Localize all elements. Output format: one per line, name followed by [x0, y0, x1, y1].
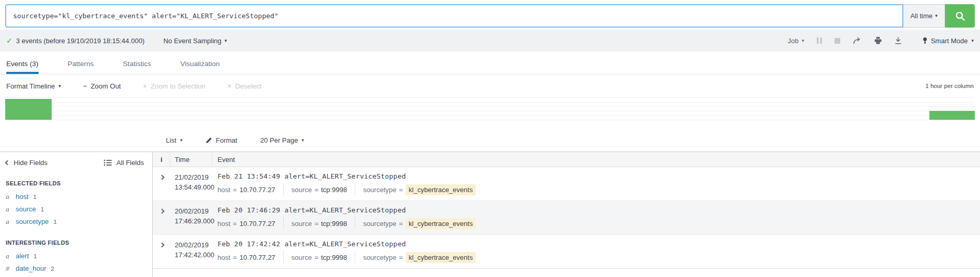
job-status-bar: ✓ 3 events (before 19/10/2019 18:15:44.0… — [0, 30, 980, 52]
event-fields: host = 10.70.77.27 source = tcp:9998 sou… — [217, 251, 980, 263]
event-fields: host = 10.70.77.27 source = tcp:9998 sou… — [217, 218, 980, 229]
event-sampling-dropdown[interactable]: No Event Sampling ▾ — [163, 37, 227, 45]
equals-sign: = — [233, 186, 237, 194]
result-summary: 3 events (before 19/10/2019 18:15:44.000… — [16, 37, 144, 45]
event-time: 20/02/2019 17:42:42.000 — [171, 240, 212, 263]
field-item-date-hour[interactable]: # date_hour 2 — [6, 263, 152, 274]
job-done-check-icon: ✓ — [6, 36, 13, 45]
table-row: 20/02/2019 17:42:42.000 Feb 20 17:42:42 … — [153, 234, 980, 269]
all-fields-label: All Fields — [116, 159, 144, 167]
plus-icon: + — [143, 82, 147, 90]
equals-sign: = — [314, 254, 319, 261]
job-menu[interactable]: Job ▾ — [788, 37, 804, 45]
zoom-to-selection-button: + Zoom to Selection — [143, 82, 205, 90]
event-field-sourcetype: sourcetype = kl_cybertrace_events — [355, 184, 476, 195]
string-field-icon: a — [6, 205, 11, 213]
search-button[interactable] — [945, 4, 975, 28]
string-field-icon: a — [6, 218, 11, 226]
results-tabs: Events (3) Patterns Statistics Visualiza… — [0, 52, 980, 74]
hide-fields-label: Hide Fields — [14, 159, 47, 167]
caret-down-icon: ▾ — [301, 138, 304, 143]
interesting-fields-header: INTERESTING FIELDS — [6, 240, 152, 246]
equals-sign: = — [233, 254, 237, 261]
timeline-bar[interactable] — [929, 111, 975, 120]
minus-icon: − — [83, 82, 87, 90]
list-view-dropdown[interactable]: List ▾ — [166, 136, 183, 144]
field-item-sourcetype[interactable]: a sourcetype 1 — [6, 216, 152, 227]
search-bar: All time ▾ — [0, 0, 980, 28]
timeline-bar[interactable] — [5, 99, 52, 120]
string-field-icon: a — [6, 252, 11, 260]
event-field-sourcetype: sourcetype = kl_cybertrace_events — [355, 218, 476, 229]
highlighted-value[interactable]: kl_cybertrace_events — [406, 218, 476, 229]
event-timeline-chart — [5, 96, 975, 121]
event-raw-text[interactable]: Feb 20 17:46:29 alert=KL_ALERT_ServiceSt… — [217, 206, 980, 214]
equals-sign: = — [399, 220, 403, 228]
column-header-info: i — [153, 152, 171, 167]
numeric-field-icon: # — [6, 265, 11, 273]
event-field-source: source = tcp:9998 — [283, 184, 347, 195]
caret-down-icon: ▾ — [180, 138, 183, 143]
print-icon[interactable] — [874, 37, 882, 44]
pencil-icon — [205, 137, 212, 144]
event-field-sourcetype: sourcetype = kl_cybertrace_events — [355, 251, 476, 263]
zoom-to-selection-label: Zoom to Selection — [151, 82, 205, 90]
per-page-dropdown[interactable]: 20 Per Page ▾ — [260, 136, 304, 144]
caret-down-icon: ▾ — [224, 39, 227, 43]
field-item-source[interactable]: a source 1 — [6, 204, 152, 215]
expand-event-icon[interactable] — [159, 209, 164, 214]
expand-event-icon[interactable] — [159, 175, 164, 180]
string-field-icon: a — [6, 193, 11, 201]
list-icon — [104, 159, 112, 166]
equals-sign: = — [399, 254, 403, 261]
expand-event-icon[interactable] — [159, 243, 164, 248]
list-view-label: List — [166, 136, 176, 144]
caret-down-icon: ▾ — [971, 39, 974, 43]
field-item-host[interactable]: a host 1 — [6, 191, 152, 202]
stop-job-icon[interactable] — [834, 38, 840, 44]
highlighted-value[interactable]: kl_cybertrace_events — [406, 252, 476, 263]
format-results-label: Format — [216, 136, 237, 144]
equals-sign: = — [233, 220, 237, 228]
equals-sign: = — [314, 220, 319, 228]
fields-sidebar: Hide Fields All Fields SELECTED FIELDS a… — [0, 152, 153, 277]
event-fields: host = 10.70.77.27 source = tcp:9998 sou… — [217, 184, 980, 195]
deselect-button: × Deselect — [227, 82, 262, 90]
event-field-host: host = 10.70.77.27 — [217, 220, 275, 228]
format-results-button[interactable]: Format — [205, 136, 237, 144]
share-icon[interactable] — [853, 37, 862, 44]
all-fields-button[interactable]: All Fields — [104, 159, 144, 167]
column-header-event: Event — [212, 152, 980, 167]
caret-down-icon: ▾ — [935, 14, 938, 18]
format-timeline-dropdown[interactable]: Format Timeline ▾ — [6, 82, 61, 90]
export-icon[interactable] — [894, 37, 902, 44]
tab-events[interactable]: Events (3) — [6, 52, 39, 74]
time-range-label: All time — [910, 12, 933, 20]
search-icon — [954, 10, 966, 22]
event-field-host: host = 10.70.77.27 — [217, 186, 275, 194]
highlighted-value[interactable]: kl_cybertrace_events — [406, 184, 476, 195]
event-field-source: source = tcp:9998 — [283, 218, 347, 229]
pause-job-icon[interactable] — [817, 37, 822, 44]
selected-fields-header: SELECTED FIELDS — [6, 180, 152, 186]
event-field-source: source = tcp:9998 — [283, 251, 347, 263]
search-input[interactable] — [5, 4, 903, 28]
hide-fields-button[interactable]: Hide Fields — [6, 159, 47, 167]
tab-visualization[interactable]: Visualization — [180, 52, 220, 74]
caret-down-icon: ▾ — [802, 39, 804, 43]
equals-sign: = — [314, 186, 319, 194]
per-page-label: 20 Per Page — [260, 136, 298, 144]
zoom-out-button[interactable]: − Zoom Out — [83, 82, 121, 90]
events-table-header: i Time Event — [153, 152, 980, 167]
field-item-alert[interactable]: a alert 1 — [6, 250, 152, 261]
equals-sign: = — [399, 186, 403, 194]
chevron-left-icon — [5, 160, 10, 166]
event-raw-text[interactable]: Feb 20 17:42:42 alert=KL_ALERT_ServiceSt… — [217, 240, 980, 248]
event-time: 20/02/2019 17:46:29.000 — [171, 206, 212, 229]
tab-statistics[interactable]: Statistics — [123, 52, 151, 74]
caret-down-icon: ▾ — [58, 84, 61, 89]
search-mode-selector[interactable]: Smart Mode ▾ — [923, 37, 974, 45]
tab-patterns[interactable]: Patterns — [68, 52, 94, 74]
time-range-picker[interactable]: All time ▾ — [903, 4, 945, 28]
event-raw-text[interactable]: Feb 21 13:54:49 alert=KL_ALERT_ServiceSt… — [217, 172, 980, 180]
